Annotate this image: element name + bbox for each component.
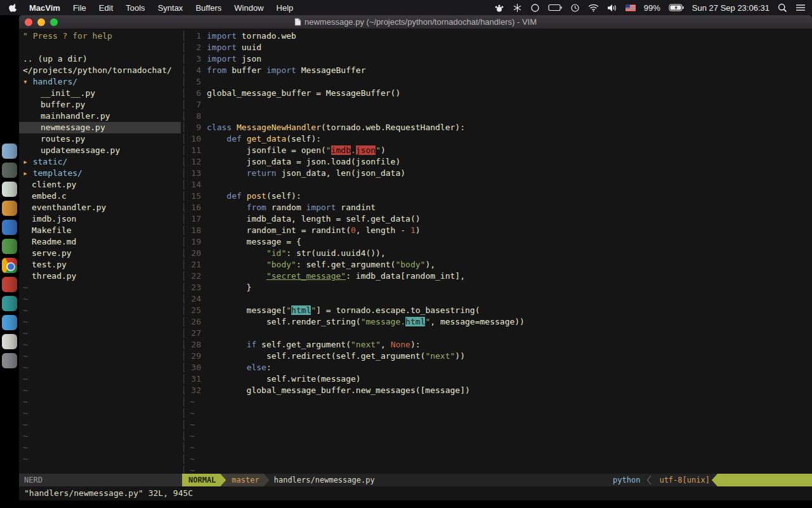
code-line-3[interactable]: 3import json <box>187 53 812 65</box>
tree-item-Readme.md[interactable]: Readme.md <box>19 236 181 248</box>
notification-center-icon[interactable] <box>796 4 806 11</box>
expand-arrow-icon[interactable]: ▸ <box>23 157 33 166</box>
close-button[interactable] <box>25 18 32 26</box>
tree-item-eventhandler.py[interactable]: eventhandler.py <box>19 202 181 213</box>
tree-item-thread.py[interactable]: thread.py <box>19 271 181 282</box>
code-line-29[interactable]: 29 self.redirect(self.get_argument("next… <box>187 351 812 362</box>
menu-buffers[interactable]: Buffers <box>189 3 228 13</box>
dock-app-8-icon[interactable] <box>2 277 17 292</box>
circle-status-icon[interactable] <box>530 3 540 13</box>
code-line-4[interactable]: 4from buffer import MessageBuffer <box>187 65 812 76</box>
apple-menu[interactable] <box>9 3 18 13</box>
tree-item-client.py[interactable]: client.py <box>19 179 181 190</box>
code-line-27[interactable]: 27 <box>187 328 812 339</box>
menu-file[interactable]: File <box>67 3 93 13</box>
tree-up[interactable]: .. (up a dir) <box>19 53 181 65</box>
collapse-arrow-icon[interactable]: ▾ <box>23 77 33 86</box>
tree-item-updatemessage.py[interactable]: updatemessage.py <box>19 145 181 156</box>
tree-item-imdb.json[interactable]: imdb.json <box>19 213 181 225</box>
code-line-8[interactable]: 8 <box>187 110 812 122</box>
dock-app-5-icon[interactable] <box>2 220 17 235</box>
code-line-17[interactable]: 17 imdb_data, length = self.get_data() <box>187 213 812 225</box>
tree-item-newmessage.py[interactable]: newmessage.py <box>19 122 181 133</box>
code-line-25[interactable]: 25 message["html"] = tornado.escape.to_b… <box>187 305 812 316</box>
code-line-5[interactable]: 5 <box>187 76 812 88</box>
code-line-11[interactable]: 11 jsonfile = open("imdb.json") <box>187 145 812 156</box>
code-line-12[interactable]: 12 json_data = json.load(jsonfile) <box>187 156 812 168</box>
code-line-6[interactable]: 6global_message_buffer = MessageBuffer() <box>187 88 812 99</box>
code-line-28[interactable]: 28 if self.get_argument("next", None): <box>187 339 812 351</box>
wifi-icon[interactable] <box>588 4 599 12</box>
code-line-2[interactable]: 2import uuid <box>187 42 812 53</box>
dock-app-7-icon[interactable] <box>2 258 17 273</box>
code-line-1[interactable]: 1import tornado.web <box>187 30 812 42</box>
expand-arrow-icon[interactable]: ▸ <box>23 168 33 178</box>
tree-item-Makefile[interactable]: Makefile <box>19 225 181 236</box>
code-line-18[interactable]: 18 random_int = randint(0, length - 1) <box>187 225 812 236</box>
time-machine-icon[interactable] <box>570 3 580 13</box>
dock-app-1-icon[interactable] <box>2 144 17 159</box>
nerdtree-pane[interactable]: " Press ? for help.. (up a dir)</project… <box>19 29 181 474</box>
dock-app-10-icon[interactable] <box>2 315 17 330</box>
battery-charging-icon[interactable] <box>669 4 684 11</box>
dock-app-9-icon[interactable] <box>2 296 17 311</box>
window-titlebar[interactable]: newmessage.py (~/projects/python/tornado… <box>19 15 812 29</box>
menu-tools[interactable]: Tools <box>119 3 151 13</box>
editor-pane[interactable]: 1import tornado.web2import uuid3import j… <box>187 29 812 474</box>
vim-command-line[interactable]: "handlers/newmessage.py" 32L, 945C <box>19 486 812 500</box>
menu-help[interactable]: Help <box>270 3 300 13</box>
code-line-22[interactable]: 22 "secret_message": imdb_data[random_in… <box>187 271 812 282</box>
tree-item-embed.c[interactable]: embed.c <box>19 190 181 202</box>
menu-edit[interactable]: Edit <box>93 3 119 13</box>
dock-app-2-icon[interactable] <box>2 163 17 178</box>
code-line-20[interactable]: 20 "id": str(uuid.uuid4()), <box>187 248 812 259</box>
code-line-16[interactable]: 16 from random import randint <box>187 202 812 213</box>
spotlight-icon[interactable] <box>778 3 787 13</box>
code-line-14[interactable]: 14 <box>187 179 812 190</box>
menu-app-name[interactable]: MacVim <box>23 3 67 13</box>
dock-app-6-icon[interactable] <box>2 239 17 254</box>
menu-syntax[interactable]: Syntax <box>152 3 190 13</box>
code-line-9[interactable]: 9class MessageNewHandler(tornado.web.Req… <box>187 122 812 133</box>
code-line-7[interactable]: 7 <box>187 99 812 110</box>
zoom-button[interactable] <box>50 18 58 26</box>
tree-item-serve.py[interactable]: serve.py <box>19 248 181 259</box>
tree-help[interactable]: " Press ? for help <box>19 30 181 42</box>
menu-window[interactable]: Window <box>228 3 270 13</box>
code-line-13[interactable]: 13 return json_data, len(json_data) <box>187 168 812 179</box>
paw-menu-icon[interactable] <box>494 3 504 13</box>
tree-item-__init__.py[interactable]: __init__.py <box>19 88 181 99</box>
code-line-21[interactable]: 21 "body": self.get_argument("body"), <box>187 259 812 271</box>
input-source-flag-icon[interactable] <box>625 4 636 11</box>
code-line-15[interactable]: 15 def post(self): <box>187 190 812 202</box>
dock-app-12-icon[interactable] <box>2 353 17 368</box>
tree-item-templates[interactable]: ▸ templates/ <box>19 168 181 179</box>
code-line-24[interactable]: 24 <box>187 293 812 305</box>
dock-app-11-icon[interactable] <box>2 334 17 349</box>
tree-item-buffer.py[interactable]: buffer.py <box>19 99 181 110</box>
tree-item-handlers[interactable]: ▾ handlers/ <box>19 76 181 88</box>
code-line-31[interactable]: 31 self.write(message) <box>187 373 812 385</box>
code-line-30[interactable]: 30 else: <box>187 362 812 373</box>
document-icon <box>294 18 301 26</box>
code-line-26[interactable]: 26 self.render_string("message.html", me… <box>187 316 812 328</box>
menubar-clock[interactable]: Sun 27 Sep 23:06:31 <box>692 3 769 13</box>
tree-item-static[interactable]: ▸ static/ <box>19 156 181 168</box>
code-line-32[interactable]: 32 global_message_buffer.new_messages([m… <box>187 385 812 396</box>
dock-app-3-icon[interactable] <box>2 182 17 197</box>
battery-widget-icon[interactable] <box>548 4 562 11</box>
code-line-19[interactable]: 19 message = { <box>187 236 812 248</box>
code-line-23[interactable]: 23 } <box>187 282 812 293</box>
tree-root[interactable]: </projects/python/tornadochat/ <box>19 65 181 76</box>
code-line-10[interactable]: 10 def get_data(self): <box>187 133 812 145</box>
tree-item-mainhandler.py[interactable]: mainhandler.py <box>19 110 181 122</box>
tree-item-test.py[interactable]: test.py <box>19 259 181 271</box>
git-branch-indicator[interactable]: master <box>220 474 269 486</box>
tree-item-routes.py[interactable]: routes.py <box>19 133 181 145</box>
line-number: 23 <box>187 282 201 293</box>
minimize-button[interactable] <box>37 18 45 26</box>
dock-app-4-icon[interactable] <box>2 201 17 216</box>
volume-icon[interactable] <box>607 4 617 12</box>
snowflake-icon[interactable] <box>513 3 522 13</box>
vertical-split-separator[interactable]: │ │ │ │ │ │ │ │ │ │ │ │ │ │ │ │ │ │ │ │ … <box>181 29 187 474</box>
